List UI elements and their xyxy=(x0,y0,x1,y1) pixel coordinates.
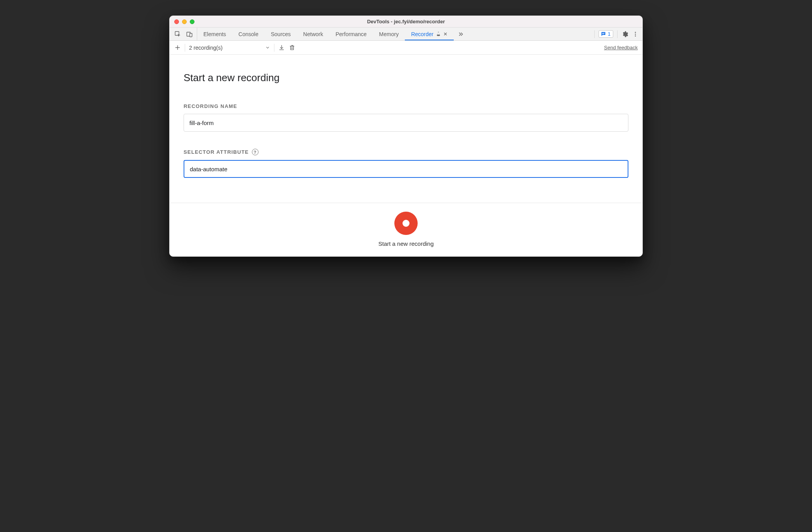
tab-label: Performance xyxy=(335,31,366,37)
footer: Start a new recording xyxy=(170,203,642,256)
issues-count: 1 xyxy=(608,31,611,37)
divider xyxy=(274,44,274,52)
chevrons-right-icon xyxy=(458,31,464,37)
window-close-button[interactable] xyxy=(174,19,179,24)
svg-point-5 xyxy=(635,32,636,33)
tab-network[interactable]: Network xyxy=(297,28,329,40)
record-icon xyxy=(403,220,409,227)
record-caption: Start a new recording xyxy=(378,240,434,247)
tabs-list: Elements Console Sources Network Perform… xyxy=(197,28,454,40)
device-toolbar-icon[interactable] xyxy=(186,31,193,38)
devtools-window: DevTools - jec.fyi/demo/recorder Element… xyxy=(169,16,643,257)
recordings-label: 2 recording(s) xyxy=(189,45,222,51)
flask-icon xyxy=(436,31,441,37)
titlebar: DevTools - jec.fyi/demo/recorder xyxy=(170,16,642,28)
start-recording-button[interactable] xyxy=(394,212,418,235)
traffic-lights xyxy=(170,19,194,24)
tab-elements[interactable]: Elements xyxy=(197,28,232,40)
recording-name-label: RECORDING NAME xyxy=(184,103,628,109)
tab-console[interactable]: Console xyxy=(232,28,264,40)
tab-label: Console xyxy=(238,31,258,37)
field-selector-attribute: SELECTOR ATTRIBUTE ? xyxy=(184,149,628,178)
tabs-overflow[interactable] xyxy=(454,28,468,40)
divider xyxy=(617,30,618,38)
recording-name-input[interactable] xyxy=(184,114,628,132)
inspect-controls xyxy=(170,28,197,40)
selector-attribute-label: SELECTOR ATTRIBUTE ? xyxy=(184,149,628,155)
window-minimize-button[interactable] xyxy=(182,19,187,24)
issues-button[interactable]: 1 xyxy=(599,30,613,38)
tab-performance[interactable]: Performance xyxy=(329,28,373,40)
message-icon xyxy=(600,31,606,37)
tab-label: Recorder xyxy=(411,31,434,37)
gear-icon[interactable] xyxy=(621,31,628,38)
close-icon[interactable] xyxy=(443,32,448,36)
tabs-right-controls: 1 xyxy=(592,28,642,40)
divider xyxy=(594,30,595,38)
tab-label: Sources xyxy=(271,31,291,37)
svg-point-6 xyxy=(635,33,636,35)
download-icon[interactable] xyxy=(278,44,285,51)
divider xyxy=(185,44,185,52)
more-vert-icon[interactable] xyxy=(632,31,638,38)
inspect-element-icon[interactable] xyxy=(174,31,181,38)
tab-recorder[interactable]: Recorder xyxy=(405,28,454,40)
help-icon[interactable]: ? xyxy=(252,149,259,155)
window-title: DevTools - jec.fyi/demo/recorder xyxy=(170,19,642,24)
tab-label: Memory xyxy=(379,31,399,37)
tab-memory[interactable]: Memory xyxy=(373,28,405,40)
chevron-down-icon xyxy=(265,45,270,50)
add-recording-button[interactable] xyxy=(174,44,181,51)
tab-label: Elements xyxy=(203,31,226,37)
recordings-dropdown[interactable]: 2 recording(s) xyxy=(189,45,270,51)
svg-rect-4 xyxy=(602,34,604,34)
selector-attribute-label-text: SELECTOR ATTRIBUTE xyxy=(184,149,249,155)
tab-sources[interactable]: Sources xyxy=(265,28,297,40)
page-heading: Start a new recording xyxy=(184,72,628,84)
window-zoom-button[interactable] xyxy=(190,19,194,24)
svg-rect-2 xyxy=(190,33,192,37)
recorder-content: Start a new recording RECORDING NAME SEL… xyxy=(170,55,642,203)
field-recording-name: RECORDING NAME xyxy=(184,103,628,132)
panel-tabs: Elements Console Sources Network Perform… xyxy=(170,28,642,41)
trash-icon[interactable] xyxy=(289,44,295,51)
svg-point-7 xyxy=(635,35,636,37)
selector-attribute-input[interactable] xyxy=(184,160,628,178)
recorder-toolbar: 2 recording(s) Send feedback xyxy=(170,41,642,55)
send-feedback-link[interactable]: Send feedback xyxy=(604,45,638,50)
svg-rect-3 xyxy=(602,33,604,33)
tab-label: Network xyxy=(303,31,323,37)
svg-rect-8 xyxy=(291,46,294,50)
